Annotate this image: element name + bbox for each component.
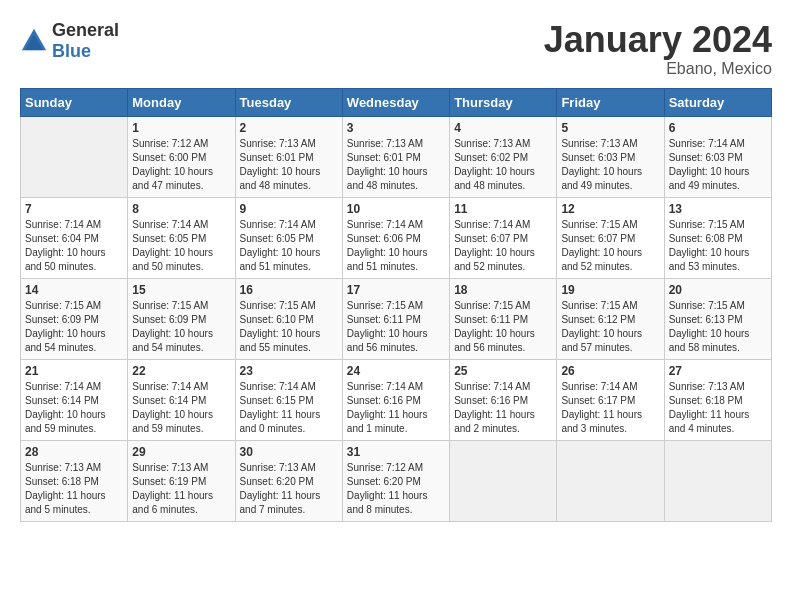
day-info: Sunrise: 7:15 AM Sunset: 6:11 PM Dayligh…: [347, 299, 445, 355]
day-info: Sunrise: 7:13 AM Sunset: 6:18 PM Dayligh…: [25, 461, 123, 517]
day-cell: [664, 440, 771, 521]
day-number: 27: [669, 364, 767, 378]
logo-icon: [20, 27, 48, 55]
day-cell: 14Sunrise: 7:15 AM Sunset: 6:09 PM Dayli…: [21, 278, 128, 359]
day-info: Sunrise: 7:15 AM Sunset: 6:07 PM Dayligh…: [561, 218, 659, 274]
day-cell: 17Sunrise: 7:15 AM Sunset: 6:11 PM Dayli…: [342, 278, 449, 359]
header-cell-monday: Monday: [128, 88, 235, 116]
day-number: 13: [669, 202, 767, 216]
logo: General Blue: [20, 20, 119, 62]
day-cell: 25Sunrise: 7:14 AM Sunset: 6:16 PM Dayli…: [450, 359, 557, 440]
calendar-header: SundayMondayTuesdayWednesdayThursdayFrid…: [21, 88, 772, 116]
day-cell: 11Sunrise: 7:14 AM Sunset: 6:07 PM Dayli…: [450, 197, 557, 278]
day-info: Sunrise: 7:14 AM Sunset: 6:16 PM Dayligh…: [347, 380, 445, 436]
day-cell: 10Sunrise: 7:14 AM Sunset: 6:06 PM Dayli…: [342, 197, 449, 278]
day-info: Sunrise: 7:15 AM Sunset: 6:08 PM Dayligh…: [669, 218, 767, 274]
day-info: Sunrise: 7:13 AM Sunset: 6:01 PM Dayligh…: [347, 137, 445, 193]
day-number: 12: [561, 202, 659, 216]
day-info: Sunrise: 7:14 AM Sunset: 6:05 PM Dayligh…: [240, 218, 338, 274]
day-info: Sunrise: 7:14 AM Sunset: 6:17 PM Dayligh…: [561, 380, 659, 436]
calendar-table: SundayMondayTuesdayWednesdayThursdayFrid…: [20, 88, 772, 522]
day-info: Sunrise: 7:13 AM Sunset: 6:20 PM Dayligh…: [240, 461, 338, 517]
day-number: 21: [25, 364, 123, 378]
day-number: 5: [561, 121, 659, 135]
day-number: 19: [561, 283, 659, 297]
day-cell: 4Sunrise: 7:13 AM Sunset: 6:02 PM Daylig…: [450, 116, 557, 197]
day-number: 28: [25, 445, 123, 459]
day-info: Sunrise: 7:14 AM Sunset: 6:06 PM Dayligh…: [347, 218, 445, 274]
day-number: 25: [454, 364, 552, 378]
logo-blue: Blue: [52, 41, 119, 62]
day-info: Sunrise: 7:15 AM Sunset: 6:11 PM Dayligh…: [454, 299, 552, 355]
week-row-5: 28Sunrise: 7:13 AM Sunset: 6:18 PM Dayli…: [21, 440, 772, 521]
day-cell: 31Sunrise: 7:12 AM Sunset: 6:20 PM Dayli…: [342, 440, 449, 521]
day-number: 24: [347, 364, 445, 378]
day-info: Sunrise: 7:12 AM Sunset: 6:20 PM Dayligh…: [347, 461, 445, 517]
day-cell: 2Sunrise: 7:13 AM Sunset: 6:01 PM Daylig…: [235, 116, 342, 197]
day-number: 31: [347, 445, 445, 459]
calendar-body: 1Sunrise: 7:12 AM Sunset: 6:00 PM Daylig…: [21, 116, 772, 521]
day-cell: 19Sunrise: 7:15 AM Sunset: 6:12 PM Dayli…: [557, 278, 664, 359]
day-cell: [557, 440, 664, 521]
day-info: Sunrise: 7:13 AM Sunset: 6:01 PM Dayligh…: [240, 137, 338, 193]
header-cell-sunday: Sunday: [21, 88, 128, 116]
week-row-1: 1Sunrise: 7:12 AM Sunset: 6:00 PM Daylig…: [21, 116, 772, 197]
header-cell-tuesday: Tuesday: [235, 88, 342, 116]
day-number: 30: [240, 445, 338, 459]
day-cell: 26Sunrise: 7:14 AM Sunset: 6:17 PM Dayli…: [557, 359, 664, 440]
day-number: 3: [347, 121, 445, 135]
day-cell: 7Sunrise: 7:14 AM Sunset: 6:04 PM Daylig…: [21, 197, 128, 278]
day-info: Sunrise: 7:15 AM Sunset: 6:10 PM Dayligh…: [240, 299, 338, 355]
week-row-4: 21Sunrise: 7:14 AM Sunset: 6:14 PM Dayli…: [21, 359, 772, 440]
day-number: 9: [240, 202, 338, 216]
day-number: 29: [132, 445, 230, 459]
day-cell: 30Sunrise: 7:13 AM Sunset: 6:20 PM Dayli…: [235, 440, 342, 521]
day-number: 10: [347, 202, 445, 216]
day-info: Sunrise: 7:14 AM Sunset: 6:04 PM Dayligh…: [25, 218, 123, 274]
day-number: 4: [454, 121, 552, 135]
title-block: January 2024 Ebano, Mexico: [544, 20, 772, 78]
day-number: 18: [454, 283, 552, 297]
day-cell: 29Sunrise: 7:13 AM Sunset: 6:19 PM Dayli…: [128, 440, 235, 521]
day-info: Sunrise: 7:14 AM Sunset: 6:05 PM Dayligh…: [132, 218, 230, 274]
page-header: General Blue January 2024 Ebano, Mexico: [20, 20, 772, 78]
day-number: 22: [132, 364, 230, 378]
logo-general: General: [52, 20, 119, 41]
day-cell: 15Sunrise: 7:15 AM Sunset: 6:09 PM Dayli…: [128, 278, 235, 359]
day-number: 20: [669, 283, 767, 297]
day-cell: 3Sunrise: 7:13 AM Sunset: 6:01 PM Daylig…: [342, 116, 449, 197]
day-info: Sunrise: 7:14 AM Sunset: 6:14 PM Dayligh…: [132, 380, 230, 436]
day-number: 16: [240, 283, 338, 297]
day-info: Sunrise: 7:14 AM Sunset: 6:16 PM Dayligh…: [454, 380, 552, 436]
day-number: 6: [669, 121, 767, 135]
day-number: 2: [240, 121, 338, 135]
day-info: Sunrise: 7:13 AM Sunset: 6:02 PM Dayligh…: [454, 137, 552, 193]
day-info: Sunrise: 7:15 AM Sunset: 6:09 PM Dayligh…: [25, 299, 123, 355]
header-cell-friday: Friday: [557, 88, 664, 116]
day-number: 14: [25, 283, 123, 297]
day-cell: 16Sunrise: 7:15 AM Sunset: 6:10 PM Dayli…: [235, 278, 342, 359]
header-cell-thursday: Thursday: [450, 88, 557, 116]
day-number: 17: [347, 283, 445, 297]
day-number: 1: [132, 121, 230, 135]
day-cell: 1Sunrise: 7:12 AM Sunset: 6:00 PM Daylig…: [128, 116, 235, 197]
calendar-subtitle: Ebano, Mexico: [544, 60, 772, 78]
day-info: Sunrise: 7:14 AM Sunset: 6:07 PM Dayligh…: [454, 218, 552, 274]
day-info: Sunrise: 7:15 AM Sunset: 6:12 PM Dayligh…: [561, 299, 659, 355]
day-cell: 13Sunrise: 7:15 AM Sunset: 6:08 PM Dayli…: [664, 197, 771, 278]
day-cell: 18Sunrise: 7:15 AM Sunset: 6:11 PM Dayli…: [450, 278, 557, 359]
day-info: Sunrise: 7:13 AM Sunset: 6:03 PM Dayligh…: [561, 137, 659, 193]
day-info: Sunrise: 7:13 AM Sunset: 6:19 PM Dayligh…: [132, 461, 230, 517]
day-cell: 23Sunrise: 7:14 AM Sunset: 6:15 PM Dayli…: [235, 359, 342, 440]
day-info: Sunrise: 7:15 AM Sunset: 6:09 PM Dayligh…: [132, 299, 230, 355]
week-row-3: 14Sunrise: 7:15 AM Sunset: 6:09 PM Dayli…: [21, 278, 772, 359]
day-cell: 20Sunrise: 7:15 AM Sunset: 6:13 PM Dayli…: [664, 278, 771, 359]
day-cell: 12Sunrise: 7:15 AM Sunset: 6:07 PM Dayli…: [557, 197, 664, 278]
header-row: SundayMondayTuesdayWednesdayThursdayFrid…: [21, 88, 772, 116]
day-info: Sunrise: 7:15 AM Sunset: 6:13 PM Dayligh…: [669, 299, 767, 355]
day-info: Sunrise: 7:14 AM Sunset: 6:14 PM Dayligh…: [25, 380, 123, 436]
day-cell: [450, 440, 557, 521]
day-cell: [21, 116, 128, 197]
day-number: 8: [132, 202, 230, 216]
day-cell: 27Sunrise: 7:13 AM Sunset: 6:18 PM Dayli…: [664, 359, 771, 440]
